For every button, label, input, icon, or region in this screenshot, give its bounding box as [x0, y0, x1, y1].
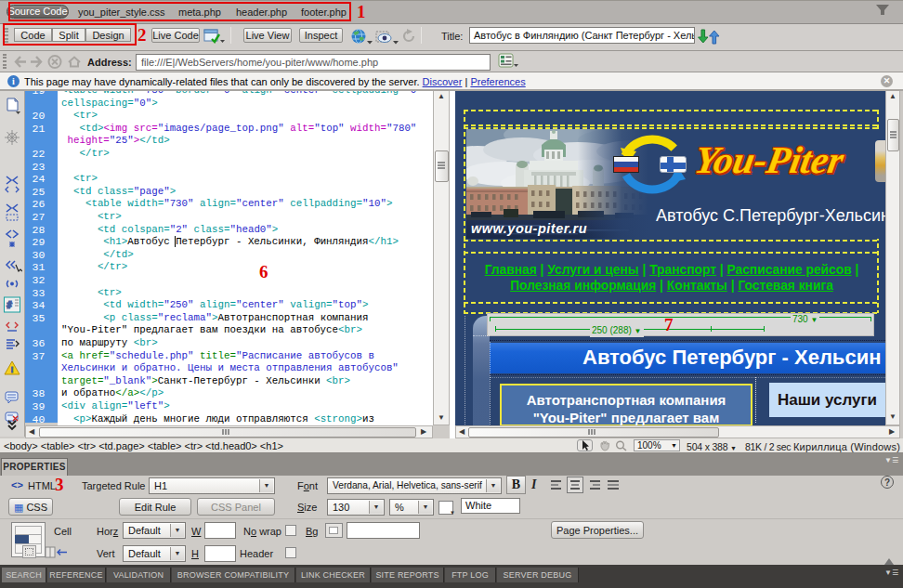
svg-text:!: !	[11, 365, 14, 374]
svg-text:#: #	[7, 300, 12, 310]
